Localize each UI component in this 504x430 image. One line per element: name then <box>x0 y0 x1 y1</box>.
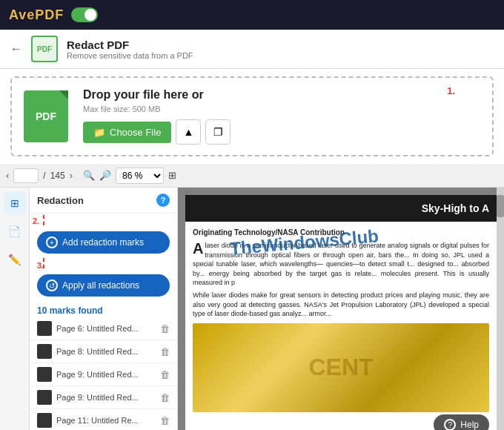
pdf-file-icon: PDF <box>24 90 68 142</box>
toolbar-grid-button[interactable]: ⊞ <box>4 192 26 214</box>
pdf-page: Sky-High to A TheWindowsClub Originating… <box>185 195 497 430</box>
upload-right: Drop your file here or Max file size: 50… <box>83 88 480 145</box>
add-redaction-label: Add redaction marks <box>62 237 144 248</box>
dropbox-icon: ❐ <box>213 126 223 138</box>
delete-icon[interactable]: 🗑 <box>160 392 170 403</box>
total-pages: 145 <box>50 171 65 181</box>
pdf-coin-image: CENT <box>193 323 489 412</box>
header-text: Redact PDF Remove sensitive data from a … <box>67 39 193 60</box>
header-area: ← PDF Redact PDF Remove sensitive data f… <box>0 30 504 69</box>
delete-icon[interactable]: 🗑 <box>160 415 170 426</box>
item-color-swatch <box>37 321 52 336</box>
annotation-1: 1. <box>447 85 455 96</box>
apply-redaction-icon: ↺ <box>46 280 58 291</box>
list-item[interactable]: Page 9: Untitled Red... 🗑 <box>30 363 177 386</box>
google-drive-button[interactable]: ▲ <box>176 119 201 145</box>
back-arrow-icon[interactable]: ← <box>10 42 22 56</box>
add-redaction-button[interactable]: + Add redaction marks <box>37 231 170 254</box>
dropbox-button[interactable]: ❐ <box>205 119 231 145</box>
panel-actions: + Add redaction marks 3. ↺ Apply all red… <box>30 225 177 302</box>
list-item[interactable]: Page 6: Untitled Red... 🗑 <box>30 317 177 340</box>
content-row: ⊞ 📄 ✏️ Redaction ? 2. + Add redaction ma… <box>0 188 504 430</box>
dashed-line-3 <box>43 258 170 268</box>
help-label: Help <box>460 420 479 430</box>
max-size-text: Max file size: 500 MB <box>83 105 480 113</box>
list-item[interactable]: Page 9: Untitled Red... 🗑 <box>30 386 177 409</box>
prev-page-button[interactable]: ‹ <box>6 170 9 181</box>
dashed-line-2 <box>43 215 170 225</box>
list-item[interactable]: Page 8: Untitled Red... 🗑 <box>30 340 177 363</box>
list-item[interactable]: Page 11: Untitled Re... 🗑 <box>30 409 177 430</box>
search-text-icon[interactable]: 🔎 <box>99 170 111 181</box>
delete-icon[interactable]: 🗑 <box>160 346 170 357</box>
vertical-scrollbar[interactable] <box>497 188 504 430</box>
page-title: Redact PDF <box>67 39 193 51</box>
item-label: Page 8: Untitled Red... <box>56 347 156 356</box>
marks-found: 10 marks found <box>30 302 177 317</box>
page-separator: / <box>43 171 45 181</box>
search-icon[interactable]: 🔍 <box>83 170 95 181</box>
item-label: Page 11: Untitled Re... <box>56 416 156 425</box>
drop-cap: A <box>193 241 203 256</box>
tool-icon: PDF <box>31 36 58 62</box>
scrollbar-thumb[interactable] <box>497 195 504 217</box>
pdf-paragraph-2: While laser diodes make for great sensor… <box>193 291 489 319</box>
coin-text: CENT <box>308 351 373 384</box>
help-button[interactable]: ? Help <box>434 414 489 430</box>
item-color-swatch <box>37 390 52 405</box>
choose-file-label: Choose File <box>110 127 161 138</box>
delete-icon[interactable]: 🗑 <box>160 323 170 334</box>
pdf-section-title: Originating Technology/NASA Contribution <box>193 228 489 238</box>
tool-icon-label: PDF <box>37 45 52 53</box>
drop-text: Drop your file here or <box>83 88 480 102</box>
add-redaction-circle-icon: + <box>46 236 58 248</box>
drive-icon: ▲ <box>183 126 193 138</box>
main-layout: ‹ 23 / 145 › 🔍 🔎 86 % 100 % 75 % 50 % ⊞ … <box>0 164 504 430</box>
pdf-paragraph-1: A laser diode is a semiconductor-based l… <box>193 241 489 288</box>
fit-page-icon[interactable]: ⊞ <box>168 170 176 181</box>
help-circle-icon: ? <box>444 419 456 430</box>
annotation-3-label: 3. <box>37 261 44 270</box>
redaction-list: Page 6: Untitled Red... 🗑 Page 8: Untitl… <box>30 317 177 430</box>
toolbar-edit-button[interactable]: ✏️ <box>4 248 26 271</box>
item-label: Page 9: Untitled Red... <box>56 393 156 402</box>
pdf-viewer: Sky-High to A TheWindowsClub Originating… <box>178 188 504 430</box>
toolbar-doc-button[interactable]: 📄 <box>4 220 26 242</box>
panel-header: Redaction ? <box>30 188 177 214</box>
pdf-body: Originating Technology/NASA Contribution… <box>185 222 497 418</box>
page-number-input[interactable]: 23 <box>13 168 39 183</box>
next-page-button[interactable]: › <box>70 170 73 181</box>
upload-area: PDF Drop your file here or Max file size… <box>10 76 494 156</box>
apply-redaction-label: Apply all redactions <box>62 280 139 291</box>
panel-title: Redaction <box>37 195 84 206</box>
top-bar: AvePDF <box>0 0 504 30</box>
app-logo: AvePDF <box>9 7 64 23</box>
zoom-select[interactable]: 86 % 100 % 75 % 50 % <box>116 168 164 184</box>
delete-icon[interactable]: 🗑 <box>160 369 170 380</box>
choose-file-button[interactable]: 📁 Choose File <box>83 122 171 143</box>
left-panel: Redaction ? 2. + Add redaction marks 3. <box>30 188 178 430</box>
item-color-swatch <box>37 367 52 382</box>
apply-redaction-button[interactable]: ↺ Apply all redactions <box>37 274 170 297</box>
item-color-swatch <box>37 344 52 359</box>
help-info-icon[interactable]: ? <box>156 194 170 207</box>
item-label: Page 9: Untitled Red... <box>56 370 156 379</box>
folder-icon: 📁 <box>93 127 105 138</box>
item-color-swatch <box>37 413 52 428</box>
page-subtitle: Remove sensitive data from a PDF <box>67 51 193 60</box>
page-nav-bar: ‹ 23 / 145 › 🔍 🔎 86 % 100 % 75 % 50 % ⊞ <box>0 164 504 188</box>
annotation-2-label: 2. <box>33 216 39 225</box>
left-toolbar: ⊞ 📄 ✏️ <box>0 188 30 430</box>
pdf-header-block: Sky-High to A <box>185 195 497 222</box>
annotation-3-area: 3. <box>37 258 170 270</box>
pdf-header-title: Sky-High to A <box>422 202 489 214</box>
item-label: Page 6: Untitled Red... <box>56 324 156 333</box>
annotation-2-area: 2. <box>30 214 177 225</box>
toggle-switch[interactable] <box>71 7 98 22</box>
upload-buttons: 📁 Choose File ▲ ❐ <box>83 119 480 145</box>
